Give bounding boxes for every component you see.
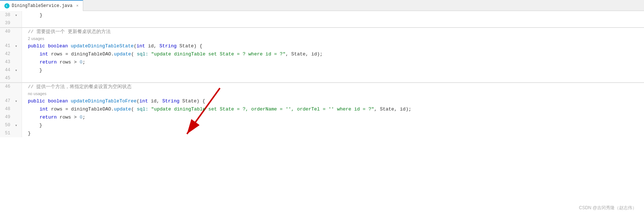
code-46: // 提供一个方法，将指定的餐桌设置为空闲状态: [22, 83, 644, 90]
line-48-row: 48 int rows = diningTableDAO.update( sql…: [0, 105, 644, 113]
gutter-49: 49: [0, 113, 22, 121]
tab-filename: DiningTableService.java: [12, 3, 73, 8]
line-usage-47: no usages: [0, 90, 644, 97]
line-49-row: 49 return rows > 0;: [0, 113, 644, 121]
gutter-45: 45: [0, 74, 22, 82]
line-38-row: 38 ▾ }: [0, 11, 644, 19]
code-41: public boolean updateDiningTableState(in…: [22, 42, 644, 50]
gutter-46: 46: [0, 83, 22, 90]
line-39-row: 39: [0, 19, 644, 27]
linenum-46: 46: [0, 84, 13, 89]
file-tab[interactable]: C DiningTableService.java ×: [0, 0, 83, 11]
code-usage-41: 2 usages: [22, 35, 644, 42]
java-file-icon: C: [4, 3, 10, 8]
line-51-row: 51 }: [0, 129, 644, 137]
tab-close-button[interactable]: ×: [76, 4, 79, 8]
line-43-row: 43 return rows > 0;: [0, 58, 644, 66]
code-38: }: [22, 11, 644, 19]
linenum-49: 49: [0, 115, 13, 120]
fold-icon-38[interactable]: ▾: [13, 13, 19, 18]
linenum-51: 51: [0, 131, 13, 136]
linenum-44: 44: [0, 68, 13, 73]
line-42-row: 42 int rows = diningTableDAO.update( sql…: [0, 50, 644, 58]
linenum-47: 47: [0, 98, 13, 104]
gutter-51: 51: [0, 129, 22, 137]
linenum-43: 43: [0, 59, 13, 65]
gutter-41: 41 ▾: [0, 42, 22, 50]
fold-icon-47[interactable]: ▾: [13, 99, 19, 104]
gutter-usage-47: [0, 90, 22, 97]
tab-bar: C DiningTableService.java ×: [0, 0, 644, 11]
gutter-38: 38 ▾: [0, 11, 22, 19]
code-42: int rows = diningTableDAO.update( sql: "…: [22, 50, 644, 58]
gutter-39: 39: [0, 19, 22, 27]
linenum-41: 41: [0, 43, 13, 48]
line-50-row: 50 ▾ }: [0, 121, 644, 129]
line-44-row: 44 ▾ }: [0, 66, 644, 74]
gutter-44: 44 ▾: [0, 66, 22, 74]
editor-content: 38 ▾ } 39 40 // 需要提供一个 更新餐桌状态的方法 2 usage…: [0, 11, 644, 214]
line-40-row: 40 // 需要提供一个 更新餐桌状态的方法: [0, 27, 644, 35]
line-45-row: 45: [0, 74, 644, 82]
code-usage-47: no usages: [22, 90, 644, 97]
gutter-47: 47 ▾: [0, 97, 22, 105]
linenum-42: 42: [0, 51, 13, 57]
gutter-50: 50 ▾: [0, 121, 22, 129]
gutter-40: 40: [0, 28, 22, 35]
linenum-39: 39: [0, 21, 13, 26]
code-50: }: [22, 121, 644, 129]
line-41-row: 41 ▾ public boolean updateDiningTableSta…: [0, 42, 644, 50]
linenum-48: 48: [0, 106, 13, 112]
fold-icon-50[interactable]: ▾: [13, 123, 19, 128]
watermark: CSDN @吉冈秀隆（赵志伟）: [579, 205, 637, 211]
code-39: [22, 19, 644, 27]
linenum-38: 38: [0, 12, 13, 18]
fold-icon-44[interactable]: ▾: [13, 68, 19, 73]
line-47-row: 47 ▾ public boolean updateDiningTableToF…: [0, 97, 644, 105]
code-47: public boolean updateDiningTableToFree(i…: [22, 97, 644, 105]
code-49: return rows > 0;: [22, 113, 644, 121]
linenum-45: 45: [0, 76, 13, 81]
code-48: int rows = diningTableDAO.update( sql: "…: [22, 105, 644, 113]
code-44: }: [22, 66, 644, 74]
line-46-row: 46 // 提供一个方法，将指定的餐桌设置为空闲状态: [0, 82, 644, 90]
code-editor: 38 ▾ } 39 40 // 需要提供一个 更新餐桌状态的方法 2 usage…: [0, 11, 644, 214]
linenum-50: 50: [0, 123, 13, 128]
code-43: return rows > 0;: [22, 58, 644, 66]
code-51: }: [22, 129, 644, 137]
fold-icon-41[interactable]: ▾: [13, 44, 19, 48]
code-45: [22, 74, 644, 82]
gutter-43: 43: [0, 58, 22, 66]
code-40: // 需要提供一个 更新餐桌状态的方法: [22, 28, 644, 35]
gutter-42: 42: [0, 50, 22, 58]
line-usage-41: 2 usages: [0, 35, 644, 42]
linenum-40: 40: [0, 29, 13, 34]
gutter-usage-41: [0, 35, 22, 42]
gutter-48: 48: [0, 105, 22, 113]
